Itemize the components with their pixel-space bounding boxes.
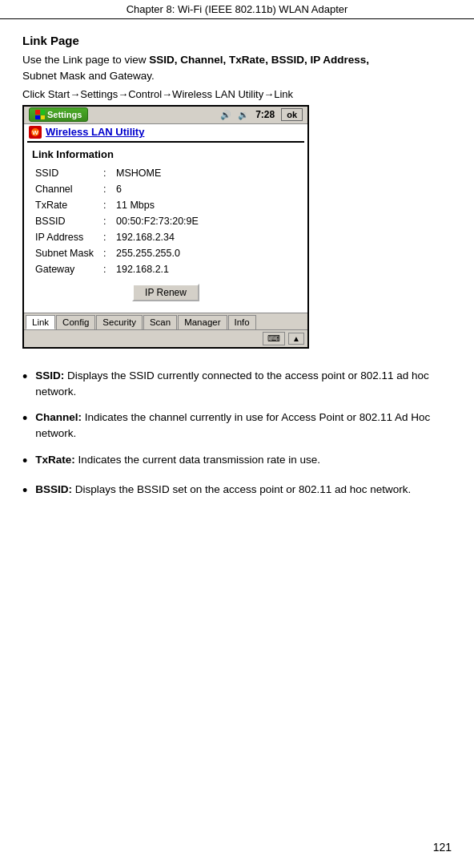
section-heading: Link Page <box>22 34 452 47</box>
list-item: • TxRate: Indicates the current data tra… <box>22 452 452 472</box>
app-title: Wireless LAN Utility <box>46 126 144 138</box>
app-icon: W <box>29 126 42 139</box>
app-header: W Wireless LAN Utility <box>24 124 307 140</box>
ok-button[interactable]: ok <box>281 108 303 121</box>
table-row: TxRate : 11 Mbps <box>32 197 299 213</box>
field-value: 00:50:F2:73:20:9E <box>113 213 299 229</box>
field-label: Subnet Mask <box>32 245 100 261</box>
table-row: BSSID : 00:50:F2:73:20:9E <box>32 213 299 229</box>
bottom-toolbar: ⌨ ▲ <box>24 329 307 347</box>
bullet-description: Indicates the channel currently in use f… <box>35 411 430 439</box>
field-value: 192.168.2.34 <box>113 229 299 245</box>
bullet-description: Indicates the current data transmission … <box>75 454 320 466</box>
ip-renew-row: IP Renew <box>32 284 299 301</box>
status-time: 7:28 <box>255 109 275 120</box>
field-value: 192.168.2.1 <box>113 261 299 277</box>
chapter-title: Chapter 8: Wi-Fi (IEEE 802.11b) WLAN Ada… <box>127 3 348 15</box>
intro-paragraph: Use the Link page to view SSID, Channel,… <box>22 52 452 85</box>
keyboard-button[interactable]: ⌨ <box>263 332 285 345</box>
bullet-text: SSID: Displays the SSID currently connec… <box>35 368 452 401</box>
bullet-description: Displays the SSID currently connected to… <box>35 369 429 398</box>
table-row: Channel : 6 <box>32 181 299 197</box>
field-label: TxRate <box>32 197 100 213</box>
field-value: 255.255.255.0 <box>113 245 299 261</box>
speaker-icon: 🔊 <box>220 110 231 120</box>
tab-info[interactable]: Info <box>228 315 256 329</box>
wince-statusbar: Settings 🔊 🔉 7:28 ok <box>24 107 307 124</box>
field-label: IP Address <box>32 229 100 245</box>
bullet-text: TxRate: Indicates the current data trans… <box>35 452 452 468</box>
windows-flag-icon <box>35 110 45 119</box>
start-button[interactable]: Settings <box>29 107 88 122</box>
list-item: • BSSID: Displays the BSSID set on the a… <box>22 482 452 502</box>
bullet-text: BSSID: Displays the BSSID set on the acc… <box>35 482 452 498</box>
field-label: BSSID <box>32 213 100 229</box>
bullet-term: SSID: <box>35 369 64 382</box>
field-label: Gateway <box>32 261 100 277</box>
bullet-icon: • <box>22 480 27 502</box>
tab-link[interactable]: Link <box>26 315 55 329</box>
bullet-term: TxRate: <box>35 454 75 466</box>
field-value: 11 Mbps <box>113 197 299 213</box>
wince-window: Settings 🔊 🔉 7:28 ok W Wireless LAN Util… <box>22 105 309 349</box>
field-colon: : <box>100 229 113 245</box>
field-colon: : <box>100 261 113 277</box>
page-header: Chapter 8: Wi-Fi (IEEE 802.11b) WLAN Ada… <box>0 0 474 19</box>
tab-manager[interactable]: Manager <box>178 315 227 329</box>
field-value: MSHOME <box>113 165 299 181</box>
page-number: 121 <box>433 841 452 854</box>
field-colon: : <box>100 245 113 261</box>
tab-scan[interactable]: Scan <box>143 315 177 329</box>
tab-bar: LinkConfigSecurityScanManagerInfo <box>24 313 307 329</box>
svg-text:W: W <box>32 129 38 136</box>
list-item: • Channel: Indicates the channel current… <box>22 410 452 442</box>
bullet-text: Channel: Indicates the channel currently… <box>35 410 452 442</box>
ip-renew-button[interactable]: IP Renew <box>132 284 199 301</box>
link-info-title: Link Information <box>32 148 299 160</box>
bullet-icon: • <box>22 450 27 472</box>
field-label: Channel <box>32 181 100 197</box>
table-row: SSID : MSHOME <box>32 165 299 181</box>
field-label: SSID <box>32 165 100 181</box>
field-colon: : <box>100 213 113 229</box>
app-separator <box>27 141 304 143</box>
bullet-description: Displays the BSSID set on the access poi… <box>72 483 411 495</box>
start-label: Settings <box>47 110 82 119</box>
link-info-section: Link Information SSID : MSHOME Channel :… <box>24 143 307 313</box>
up-arrow-button[interactable]: ▲ <box>288 333 304 345</box>
bullet-icon: • <box>22 408 27 430</box>
volume-icon: 🔉 <box>238 110 249 120</box>
list-item: • SSID: Displays the SSID currently conn… <box>22 368 452 401</box>
field-colon: : <box>100 197 113 213</box>
tab-security[interactable]: Security <box>96 315 143 329</box>
table-row: Subnet Mask : 255.255.255.0 <box>32 245 299 261</box>
info-table: SSID : MSHOME Channel : 6 TxRate : 11 Mb… <box>32 165 299 277</box>
field-colon: : <box>100 181 113 197</box>
bullet-term: BSSID: <box>35 483 72 495</box>
bullet-term: Channel: <box>35 411 82 423</box>
field-colon: : <box>100 165 113 181</box>
tab-config[interactable]: Config <box>56 315 95 329</box>
bullet-icon: • <box>22 366 27 388</box>
field-value: 6 <box>113 181 299 197</box>
table-row: IP Address : 192.168.2.34 <box>32 229 299 245</box>
table-row: Gateway : 192.168.2.1 <box>32 261 299 277</box>
bullets-section: • SSID: Displays the SSID currently conn… <box>22 368 452 502</box>
path-instruction: Click Start→Settings→Control→Wireless LA… <box>22 88 452 100</box>
